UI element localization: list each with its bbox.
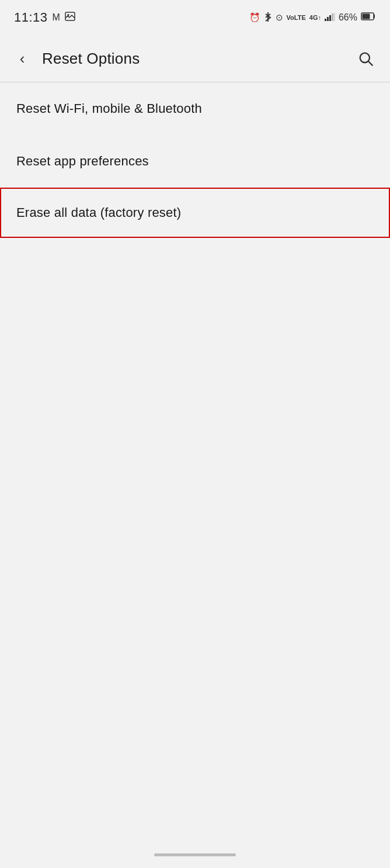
menu-item-reset-wifi[interactable]: Reset Wi-Fi, mobile & Bluetooth <box>0 82 390 135</box>
location-icon: ⊙ <box>276 12 283 23</box>
search-button[interactable] <box>353 46 378 71</box>
header-left: ‹ Reset Options <box>9 46 140 71</box>
back-button[interactable]: ‹ <box>9 46 35 71</box>
svg-line-11 <box>368 61 372 65</box>
signal-icon <box>325 13 335 23</box>
status-bar: 11:13 M ⏰ ⊙ VoLTE 4G↑ <box>0 0 390 35</box>
svg-rect-5 <box>329 15 331 21</box>
svg-rect-4 <box>327 17 329 21</box>
header: ‹ Reset Options <box>0 35 390 82</box>
menu-item-erase-all[interactable]: Erase all data (factory reset) <box>0 188 390 238</box>
menu-item-reset-app[interactable]: Reset app preferences <box>0 135 390 188</box>
alarm-icon: ⏰ <box>249 12 260 23</box>
reset-app-label: Reset app preferences <box>16 154 149 169</box>
back-icon: ‹ <box>20 51 25 66</box>
status-time: 11:13 <box>14 10 48 25</box>
content-area: Reset Wi-Fi, mobile & Bluetooth Reset ap… <box>0 82 390 238</box>
status-bar-right: ⏰ ⊙ VoLTE 4G↑ 66% <box>249 12 376 24</box>
svg-rect-7 <box>333 13 335 21</box>
image-icon <box>65 12 75 23</box>
search-icon <box>357 50 374 67</box>
svg-rect-3 <box>325 19 326 21</box>
network-icon: 4G↑ <box>309 14 321 21</box>
reset-wifi-label: Reset Wi-Fi, mobile & Bluetooth <box>16 101 202 116</box>
erase-all-label: Erase all data (factory reset) <box>16 205 181 220</box>
gmail-icon: M <box>53 12 60 23</box>
page-title: Reset Options <box>42 50 140 68</box>
battery-percent: 66% <box>339 12 357 23</box>
status-bar-left: 11:13 M <box>14 10 75 25</box>
volte-icon: VoLTE <box>287 14 306 21</box>
bluetooth-icon <box>264 12 272 24</box>
bottom-nav-indicator <box>154 853 236 856</box>
svg-rect-9 <box>363 14 370 19</box>
battery-icon <box>361 12 376 23</box>
svg-rect-6 <box>332 13 333 21</box>
